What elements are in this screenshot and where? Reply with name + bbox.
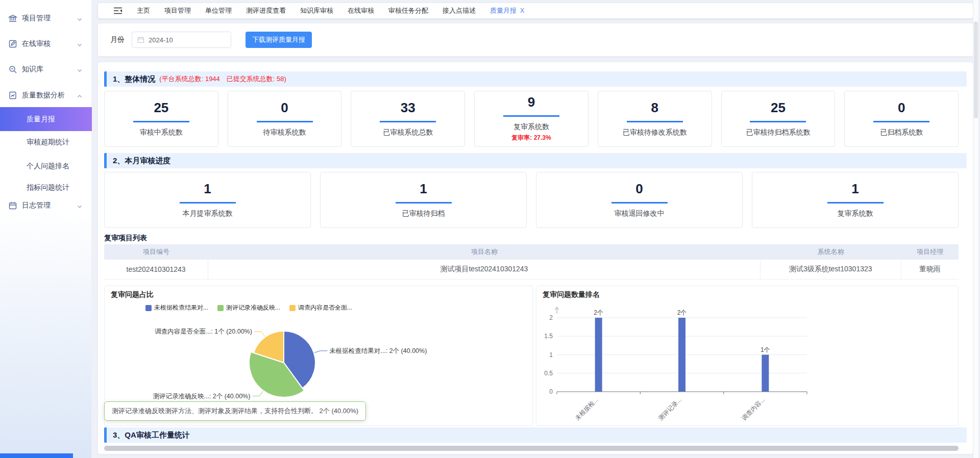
- bar-value-label: 2个: [677, 309, 687, 316]
- stat-underline: [396, 202, 452, 203]
- sidebar-item-label: 项目管理: [22, 14, 51, 23]
- sidebar-item-online-review[interactable]: 在线审核: [0, 33, 92, 55]
- edit-icon: [8, 39, 17, 48]
- pie-label-line: [252, 391, 263, 396]
- y-axis-tick-label: 1: [549, 351, 553, 359]
- y-axis-tick-label: 1.5: [544, 333, 553, 340]
- stat-value: 0: [635, 182, 643, 195]
- download-report-button[interactable]: 下载测评质量月报: [246, 32, 312, 48]
- y-axis-tick-label: 0: [549, 388, 553, 395]
- tab-unit-mgmt[interactable]: 单位管理: [205, 6, 232, 15]
- month-input[interactable]: 2024-10: [132, 32, 231, 48]
- stat-value: 25: [771, 101, 786, 114]
- pie-label-line: [254, 332, 265, 337]
- stat-card-re-review: 9 复审系统数 复审率: 27.3%: [474, 91, 589, 147]
- filter-bar: 月份 2024-10 下载测评质量月报: [98, 23, 973, 56]
- stat-label: 审核中系统数: [140, 128, 183, 137]
- chevron-down-icon: [77, 202, 83, 209]
- tab-quality-report[interactable]: 质量月报 X: [490, 6, 524, 15]
- section-qa-header: 3、QA审核工作量统计: [104, 427, 967, 443]
- pie-slice-label: 未根据检查结果对...: 2个 (40.00%): [329, 347, 427, 354]
- collapse-menu-icon[interactable]: [113, 7, 122, 14]
- submenu-item-quality-report[interactable]: 质量月报: [0, 107, 92, 131]
- tab-eval-progress[interactable]: 测评进度查看: [246, 6, 286, 15]
- sidebar-item-label: 日志管理: [22, 201, 51, 210]
- column-header-project-name[interactable]: 项目名称: [208, 244, 760, 260]
- month-value: 2024-10: [149, 36, 173, 44]
- log-icon: [8, 201, 17, 210]
- column-header-project-id[interactable]: 项目编号: [104, 244, 208, 260]
- analysis-icon: [8, 91, 17, 100]
- submenu-item-personal-issue-ranking[interactable]: 个人问题排名: [0, 156, 92, 177]
- x-axis-category-label: 测评记录...: [656, 396, 683, 422]
- stat-card-month-returned: 0 审核退回修改中: [536, 172, 743, 228]
- cell-project-manager: 董晓雨: [901, 260, 959, 279]
- stat-label: 待审核系统数: [263, 128, 306, 137]
- column-header-project-manager[interactable]: 项目经理: [901, 244, 959, 260]
- tab-access-point[interactable]: 接入点描述: [443, 6, 476, 15]
- review-table-title: 复审项目列表: [104, 234, 147, 243]
- section-overview-header: 1、整体情况 (平台系统总数: 1944 已提交系统总数: 58): [104, 71, 967, 87]
- sidebar-item-label: 质量数据分析: [22, 91, 65, 100]
- stat-label: 已审核待归档: [402, 209, 445, 218]
- stat-card-pending-review: 0 待审核系统数: [228, 91, 342, 147]
- stat-card-reviewing: 25 审核中系统数: [104, 91, 218, 147]
- pie-slice-label: 测评记录准确反映...: 2个 (40.00%): [153, 393, 250, 400]
- bar-chart[interactable]: 00.511.522个未根据检...2个测评记录...1个调查内容...: [536, 286, 958, 425]
- stat-value: 1: [204, 182, 211, 195]
- re-review-rate: 复审率: 27.3%: [511, 134, 551, 142]
- overview-cards: 25 审核中系统数 0 待审核系统数 33 已审核系统总数 9: [104, 91, 959, 147]
- tab-online-review[interactable]: 在线审核: [348, 6, 374, 15]
- sidebar-item-log-mgmt[interactable]: 日志管理: [0, 194, 92, 217]
- close-tab-icon[interactable]: X: [520, 7, 524, 14]
- cell-project-id: test202410301243: [104, 260, 208, 279]
- submenu-item-review-overdue-stats[interactable]: 审核超期统计: [0, 132, 92, 153]
- bar[interactable]: [595, 318, 602, 392]
- section-overview-title: 1、整体情况: [113, 74, 155, 84]
- tab-home[interactable]: 主页: [137, 6, 150, 15]
- monthly-cards: 1 本月提审系统数 1 已审核待归档 0 审核退回修改中 1 复: [104, 172, 959, 228]
- vertical-scrollbar[interactable]: [973, 0, 979, 458]
- sidebar-item-project-mgmt[interactable]: 项目管理: [0, 7, 92, 30]
- stat-value: 25: [154, 101, 168, 114]
- sidebar-item-knowledge-base[interactable]: 知识库: [0, 58, 92, 81]
- stat-underline: [827, 202, 884, 203]
- table-row[interactable]: test202410301243 测试项目test202410301243 测试…: [104, 260, 959, 279]
- horizontal-scrollbar[interactable]: [104, 446, 959, 451]
- bank-icon: [8, 14, 17, 23]
- stat-label: 复审系统数: [838, 209, 873, 218]
- tab-knowledge-review[interactable]: 知识库审核: [300, 6, 333, 15]
- tab-review-task-assign[interactable]: 审核任务分配: [388, 6, 428, 15]
- stat-label: 已审核系统总数: [383, 128, 433, 137]
- column-header-system-name[interactable]: 系统名称: [761, 244, 901, 260]
- calendar-icon: [137, 36, 144, 43]
- stat-underline: [380, 121, 436, 122]
- x-axis-category-label: 未根据检...: [574, 396, 600, 422]
- tab-project-mgmt[interactable]: 项目管理: [164, 6, 191, 15]
- stat-label: 已归档系统数: [880, 128, 923, 137]
- section-qa-title: 3、QA审核工作量统计: [113, 430, 190, 440]
- pie-label-line: [314, 351, 327, 353]
- table-header-row: 项目编号 项目名称 系统名称 项目经理: [104, 244, 959, 260]
- knowledge-icon: [8, 65, 17, 74]
- review-project-table: 项目编号 项目名称 系统名称 项目经理 test202410301243 测试项…: [104, 244, 959, 279]
- sidebar-bottom-accent-bar: [0, 453, 73, 458]
- stat-underline: [180, 202, 236, 203]
- bar[interactable]: [762, 355, 769, 392]
- cell-system-name: 测试3级系统test10301323: [761, 260, 901, 279]
- stat-label: 已审核待修改系统数: [623, 128, 687, 137]
- bar[interactable]: [678, 318, 685, 392]
- sidebar-item-label: 在线审核: [22, 39, 51, 48]
- section-overview-note: (平台系统总数: 1944 已提交系统总数: 58): [159, 74, 286, 84]
- stat-card-month-to-archive: 1 已审核待归档: [320, 172, 527, 228]
- sidebar-item-quality-analysis[interactable]: 质量数据分析: [0, 84, 92, 107]
- stat-card-to-modify: 8 已审核待修改系统数: [598, 91, 712, 147]
- app-screen: 项目管理 在线审核 知识库: [0, 0, 980, 458]
- stat-card-reviewed-total: 33 已审核系统总数: [351, 91, 465, 147]
- stat-card-month-submitted: 1 本月提审系统数: [104, 172, 311, 228]
- stat-value: 0: [281, 101, 288, 114]
- vertical-scrollbar-thumb[interactable]: [974, 21, 978, 118]
- sidebar: 项目管理 在线审核 知识库: [0, 0, 92, 458]
- stat-underline: [257, 121, 313, 122]
- x-axis-category-label: 调查内容...: [740, 396, 767, 422]
